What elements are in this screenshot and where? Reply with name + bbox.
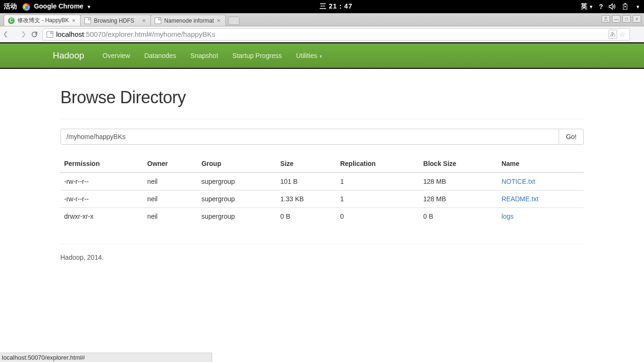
col-permission: Permission [60,155,143,173]
directory-table: Permission Owner Group Size Replication … [60,155,584,225]
browser-tab[interactable]: Namenode informat × [150,15,225,26]
chevron-down-icon: ▼ [87,4,91,9]
file-link[interactable]: logs [502,213,514,220]
cell-group: supergroup [198,173,276,190]
file-link[interactable]: NOTICE.txt [502,178,536,185]
cell-replication: 0 [336,208,419,225]
cell-name: NOTICE.txt [498,173,584,190]
cell-owner: neil [143,208,198,225]
browser-tab[interactable]: C 修改博文 - HappyBK × [4,15,81,26]
table-header-row: Permission Owner Group Size Replication … [60,155,584,173]
accessibility-icon[interactable]: ? [599,3,603,10]
nav-snapshot[interactable]: Snapshot [183,44,225,67]
minimize-button[interactable]: — [612,15,620,23]
footer-text: Hadoop, 2014. [60,254,584,261]
svg-rect-1 [624,3,626,4]
hadoop-navbar: Hadoop Overview Datanodes Snapshot Start… [0,43,644,68]
address-bar[interactable]: localhost:50070/explorer.html#/myhome/ha… [42,28,630,41]
ime-indicator[interactable]: 英▼ [581,2,594,11]
go-button[interactable]: Go! [559,129,584,145]
browser-tab-strip: C 修改博文 - HappyBK × Browsing HDFS × Namen… [0,13,644,26]
tab-title: Browsing HDFS [94,17,139,24]
divider [60,119,584,119]
cell-block-size: 128 MB [420,190,498,208]
close-icon[interactable]: × [71,18,76,24]
reload-button[interactable] [29,29,40,40]
favicon [84,17,91,24]
user-icon[interactable] [602,15,610,23]
close-icon[interactable]: × [141,18,147,24]
nav-overview[interactable]: Overview [96,44,137,67]
chevron-down-icon: ▼ [319,54,323,59]
desktop-top-bar: 活动 Google Chrome ▼ 三 21：47 英▼ ? ▼ [0,0,644,13]
brand[interactable]: Hadoop [53,50,84,61]
forward-button[interactable] [16,29,26,40]
page-title: Browse Directory [60,88,584,107]
col-name: Name [498,155,584,173]
divider [60,244,584,244]
hamburger-menu-icon[interactable] [633,31,641,38]
browser-tab[interactable]: Browsing HDFS × [80,15,151,26]
url-host: localhost [56,30,84,38]
cell-block-size: 0 B [420,208,498,225]
cell-owner: neil [143,190,198,208]
maximize-button[interactable]: □ [622,15,631,23]
col-group: Group [198,155,276,173]
volume-icon[interactable] [609,3,616,10]
cell-permission: -rw-r--r-- [60,190,143,208]
app-menu[interactable]: Google Chrome ▼ [23,2,91,10]
tab-title: Namenode informat [164,17,214,24]
col-size: Size [277,155,337,173]
cell-replication: 1 [336,190,419,208]
favicon: C [8,17,15,24]
file-link[interactable]: README.txt [502,195,539,203]
url-path: :50070/explorer.html#/myhome/happyBKs [84,30,215,38]
clock[interactable]: 三 21：47 [91,2,581,11]
table-row: -rw-r--r--neilsupergroup1.33 KB1128 MBRE… [60,190,584,208]
nav-datanodes[interactable]: Datanodes [137,44,183,67]
page-icon [47,31,53,38]
chrome-icon [23,3,30,11]
cell-owner: neil [143,173,198,190]
cell-name: README.txt [498,190,584,208]
svg-point-2 [605,17,607,19]
cell-size: 0 B [277,208,337,225]
col-replication: Replication [336,155,419,173]
browser-toolbar: localhost:50070/explorer.html#/myhome/ha… [0,26,644,42]
col-block-size: Block Size [420,155,498,173]
close-icon[interactable]: × [216,18,222,24]
translate-icon[interactable]: あ [609,30,617,39]
cell-permission: drwxr-xr-x [60,208,143,225]
cell-block-size: 128 MB [420,173,498,190]
chevron-down-icon[interactable]: ▼ [636,4,640,9]
battery-icon[interactable] [622,3,628,10]
tab-title: 修改博文 - HappyBK [17,16,69,25]
path-input-group: Go! [60,129,584,145]
cell-size: 1.33 KB [277,190,337,208]
cell-name: logs [498,208,584,225]
close-button[interactable]: × [633,15,641,23]
cell-size: 101 B [277,173,337,190]
table-row: drwxr-xr-xneilsupergroup0 B00 Blogs [60,208,584,225]
cell-replication: 1 [336,173,419,190]
table-row: -rw-r--r--neilsupergroup101 B1128 MBNOTI… [60,173,584,190]
page-container: Browse Directory Go! Permission Owner Gr… [53,88,591,261]
back-button[interactable] [3,29,13,40]
cell-group: supergroup [198,208,276,225]
nav-utilities[interactable]: Utilities▼ [289,44,330,67]
favicon [155,17,161,24]
nav-startup-progress[interactable]: Startup Progress [225,44,289,67]
col-owner: Owner [143,155,198,173]
path-input[interactable] [60,129,559,145]
activities-button[interactable]: 活动 [4,2,17,11]
new-tab-button[interactable] [228,16,239,25]
bookmark-star-icon[interactable]: ☆ [619,30,626,39]
cell-group: supergroup [198,190,276,208]
cell-permission: -rw-r--r-- [60,173,143,190]
